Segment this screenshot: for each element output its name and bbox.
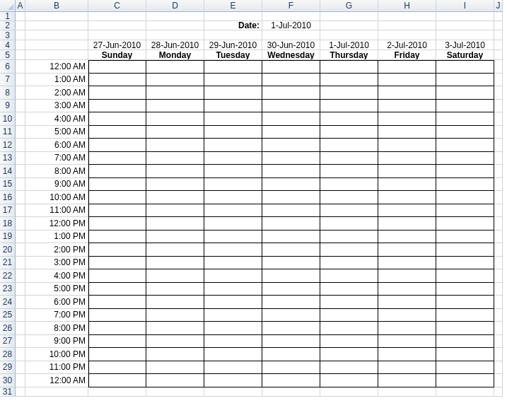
time-label-15[interactable]: 3:00 PM [25,257,88,270]
cell[interactable] [204,12,262,21]
schedule-cell[interactable] [436,126,494,139]
column-header-d[interactable]: D [146,0,204,12]
schedule-cell[interactable] [320,165,378,178]
schedule-cell[interactable] [378,74,436,87]
row-header-6[interactable]: 6 [0,60,16,74]
schedule-cell[interactable] [436,374,494,387]
cell[interactable] [436,21,494,30]
schedule-cell[interactable] [88,191,146,204]
schedule-cell[interactable] [436,86,494,100]
day-date-6[interactable]: 3-Jul-2010 [436,40,494,50]
schedule-cell[interactable] [320,348,378,361]
cell[interactable] [378,30,436,40]
schedule-cell[interactable] [146,335,204,349]
schedule-cell[interactable] [146,243,204,257]
cell[interactable] [494,217,503,231]
time-label-12[interactable]: 12:00 PM [25,217,88,231]
schedule-cell[interactable] [204,309,262,322]
schedule-cell[interactable] [436,204,494,218]
cell[interactable] [494,348,503,361]
cell[interactable] [436,12,494,21]
schedule-cell[interactable] [320,178,378,192]
cell[interactable] [16,322,25,335]
schedule-cell[interactable] [436,257,494,270]
schedule-cell[interactable] [320,374,378,387]
cell[interactable] [494,387,503,397]
cell[interactable] [378,387,436,397]
time-label-20[interactable]: 8:00 PM [25,322,88,335]
cell[interactable] [494,178,503,192]
cell[interactable] [16,309,25,322]
cell[interactable] [16,112,25,126]
schedule-cell[interactable] [204,86,262,100]
schedule-cell[interactable] [436,60,494,74]
schedule-cell[interactable] [88,60,146,74]
cell[interactable] [16,296,25,309]
cell[interactable] [494,21,503,30]
schedule-cell[interactable] [262,322,320,335]
schedule-cell[interactable] [378,178,436,192]
row-header-19[interactable]: 19 [0,231,16,244]
cell[interactable] [494,296,503,309]
schedule-cell[interactable] [378,204,436,218]
schedule-cell[interactable] [262,374,320,387]
row-header-23[interactable]: 23 [0,283,16,296]
cell[interactable] [146,387,204,397]
schedule-cell[interactable] [436,296,494,309]
schedule-cell[interactable] [262,191,320,204]
schedule-cell[interactable] [262,86,320,100]
cell[interactable] [16,86,25,100]
schedule-cell[interactable] [204,269,262,283]
schedule-cell[interactable] [204,74,262,87]
schedule-cell[interactable] [436,165,494,178]
schedule-cell[interactable] [88,152,146,165]
time-label-13[interactable]: 1:00 PM [25,231,88,244]
schedule-cell[interactable] [204,60,262,74]
schedule-cell[interactable] [146,126,204,139]
schedule-cell[interactable] [262,100,320,113]
schedule-cell[interactable] [378,217,436,231]
schedule-cell[interactable] [436,191,494,204]
schedule-cell[interactable] [436,348,494,361]
cell[interactable] [16,139,25,152]
schedule-cell[interactable] [320,100,378,113]
time-label-19[interactable]: 7:00 PM [25,309,88,322]
time-label-9[interactable]: 9:00 AM [25,178,88,192]
schedule-cell[interactable] [88,217,146,231]
column-header-h[interactable]: H [378,0,436,12]
row-header-2[interactable]: 2 [0,21,16,30]
row-header-27[interactable]: 27 [0,335,16,349]
cell[interactable] [16,100,25,113]
schedule-cell[interactable] [88,231,146,244]
cell[interactable] [262,387,320,397]
schedule-cell[interactable] [378,152,436,165]
cell[interactable] [16,348,25,361]
schedule-cell[interactable] [204,100,262,113]
schedule-cell[interactable] [378,139,436,152]
cell[interactable] [88,12,146,21]
time-label-18[interactable]: 6:00 PM [25,296,88,309]
schedule-cell[interactable] [146,348,204,361]
cell[interactable] [25,387,88,397]
schedule-cell[interactable] [88,243,146,257]
cell[interactable] [494,204,503,218]
schedule-cell[interactable] [320,296,378,309]
schedule-cell[interactable] [320,243,378,257]
cell[interactable] [16,204,25,218]
schedule-cell[interactable] [436,335,494,349]
schedule-cell[interactable] [146,257,204,270]
schedule-cell[interactable] [88,178,146,192]
schedule-cell[interactable] [88,139,146,152]
schedule-cell[interactable] [262,139,320,152]
time-label-8[interactable]: 8:00 AM [25,165,88,178]
cell[interactable] [494,50,503,60]
day-date-5[interactable]: 2-Jul-2010 [378,40,436,50]
schedule-cell[interactable] [88,335,146,349]
cell[interactable] [16,12,25,21]
schedule-cell[interactable] [436,217,494,231]
time-label-21[interactable]: 9:00 PM [25,335,88,349]
time-label-5[interactable]: 5:00 AM [25,126,88,139]
cell[interactable] [16,50,25,60]
row-header-22[interactable]: 22 [0,269,16,283]
cell[interactable] [16,60,25,74]
